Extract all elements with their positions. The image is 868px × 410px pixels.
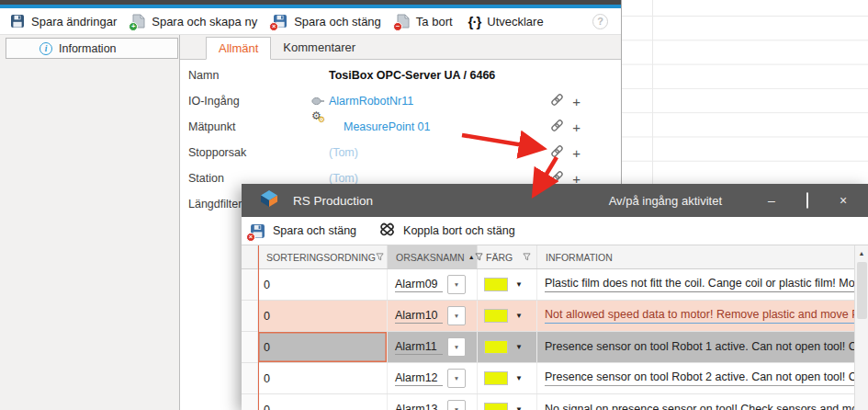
color-cell[interactable]: ▼	[478, 394, 537, 410]
color-cell[interactable]: ▼	[478, 332, 537, 362]
save-close-icon: ×	[273, 14, 287, 28]
station-value[interactable]: (Tom)	[329, 172, 358, 185]
station-label: Station	[180, 172, 329, 185]
reason-name-cell[interactable]: Alarm09 ▼	[388, 269, 478, 300]
sort-order-cell[interactable]: 0	[258, 301, 388, 331]
chevron-down-icon[interactable]: ▼	[515, 405, 523, 410]
information-cell[interactable]: Plastic film does not fitt the coil. Can…	[537, 269, 854, 300]
save-changes-button[interactable]: Spara ändringar	[10, 14, 117, 28]
add-icon[interactable]: +	[572, 95, 581, 108]
table-row[interactable]: 0 Alarm12 ▼ ▼ Presence sensor on tool Ro…	[242, 363, 854, 394]
minimize-icon[interactable]: –	[765, 194, 778, 207]
link-icon[interactable]	[550, 144, 564, 162]
table-row[interactable]: 0 Alarm11 ▼ ▼ Presence sensor on tool Ro…	[242, 332, 854, 363]
rs-production-logo	[260, 189, 278, 211]
save-and-close-button[interactable]: × Spara och stäng	[273, 14, 381, 28]
dialog-titlebar[interactable]: RS Production Av/på ingång aktivitet – ×	[242, 184, 868, 217]
color-swatch[interactable]	[484, 309, 508, 323]
information-cell[interactable]: No signal on presence sensor on tool! Ch…	[537, 394, 854, 410]
color-cell[interactable]: ▼	[478, 363, 537, 393]
stopporsak-value[interactable]: (Tom)	[329, 146, 358, 159]
reason-name-value[interactable]: Alarm12	[395, 371, 443, 386]
row-indicator-cell[interactable]	[242, 269, 258, 300]
filter-icon[interactable]	[523, 252, 531, 263]
table-row[interactable]: 0 Alarm10 ▼ ▼ Not allowed speed data to …	[242, 301, 854, 332]
help-icon[interactable]: ?	[592, 14, 608, 29]
add-icon[interactable]: +	[572, 146, 581, 160]
close-badge: ×	[269, 22, 278, 31]
scrollbar-thumb[interactable]	[857, 262, 867, 319]
table-row[interactable]: 0 Alarm09 ▼ ▼ Plastic film does not fitt…	[242, 269, 854, 301]
table-row[interactable]: 0 Alarm13 ▼ ▼ No signal on presence sens…	[242, 394, 854, 410]
reason-name-value[interactable]: Alarm13	[395, 403, 443, 410]
dialog-save-and-close-label: Spara och stäng	[273, 224, 356, 237]
chevron-down-icon[interactable]: ▼	[515, 312, 523, 320]
reason-dropdown-button[interactable]: ▼	[447, 337, 466, 357]
save-and-new-button[interactable]: + Spara och skapa ny	[132, 14, 257, 28]
reason-name-cell[interactable]: Alarm10 ▼	[388, 301, 478, 331]
row-indicator-header	[242, 245, 258, 268]
reason-name-cell[interactable]: Alarm11 ▼	[388, 332, 478, 362]
scroll-up-icon[interactable]: ▲	[855, 245, 868, 260]
save-and-new-label: Spara och skapa ny	[152, 15, 257, 28]
reason-name-value[interactable]: Alarm09	[395, 278, 443, 292]
dialog-save-and-close-button[interactable]: × Spara och stäng	[250, 223, 356, 239]
close-icon[interactable]: ×	[837, 194, 850, 207]
column-header-sorteringsordning[interactable]: SORTERINGSORDNING	[258, 245, 388, 268]
sort-order-cell[interactable]: 0	[258, 394, 388, 410]
column-header-information[interactable]: INFORMATION	[537, 245, 854, 268]
link-icon[interactable]	[550, 119, 564, 136]
color-swatch[interactable]	[484, 371, 508, 385]
dialog-window: RS Production Av/på ingång aktivitet – ×…	[242, 184, 868, 410]
chevron-down-icon[interactable]: ▼	[515, 374, 523, 382]
sidebar-item-information[interactable]: i Information	[6, 38, 178, 59]
column-header-orsaksnamn[interactable]: ORSAKSNAMN ▲	[388, 245, 478, 268]
vertical-scrollbar[interactable]: ▲	[854, 245, 868, 410]
reason-dropdown-button[interactable]: ▼	[447, 400, 466, 410]
tab-kommentarer[interactable]: Kommentarer	[271, 36, 367, 59]
chevron-down-icon[interactable]: ▼	[515, 280, 523, 289]
information-value: Not allowed speed data to motor! Remove …	[545, 308, 854, 324]
tab-allmant[interactable]: Allmänt	[206, 37, 271, 60]
color-swatch[interactable]	[484, 278, 508, 291]
information-value: Plastic film does not fitt the coil. Can…	[545, 277, 854, 292]
chevron-down-icon[interactable]: ▼	[515, 343, 523, 351]
column-header-farg[interactable]: FÄRG	[478, 245, 537, 268]
unlink-icon	[378, 222, 396, 240]
delete-button[interactable]: − Ta bort	[397, 14, 453, 28]
sort-order-cell[interactable]: 0	[258, 269, 388, 300]
unlink-and-close-button[interactable]: Koppla bort och stäng	[378, 222, 515, 240]
sort-order-cell[interactable]: 0	[258, 332, 388, 362]
save-and-close-label: Spara och stäng	[294, 15, 381, 28]
reason-name-cell[interactable]: Alarm13 ▼	[388, 394, 478, 410]
matpunkt-link[interactable]: MeasurePoint 01	[344, 120, 431, 133]
maximize-icon[interactable]	[801, 194, 814, 207]
io-ingang-link[interactable]: AlarmRobotNr11	[329, 95, 413, 108]
color-swatch[interactable]	[484, 340, 508, 354]
row-indicator-cell[interactable]	[242, 301, 258, 331]
color-cell[interactable]: ▼	[478, 269, 537, 300]
reason-dropdown-button[interactable]: ▼	[447, 306, 466, 325]
filter-icon[interactable]	[376, 252, 384, 263]
matpunkt-label: Mätpunkt	[180, 120, 329, 133]
add-icon[interactable]: +	[572, 120, 581, 134]
reason-name-value[interactable]: Alarm10	[395, 309, 443, 324]
sort-ascending-icon: ▲	[468, 254, 475, 260]
stopporsak-label: Stopporsak	[180, 146, 329, 159]
row-indicator-cell[interactable]	[242, 332, 258, 362]
reason-dropdown-button[interactable]: ▼	[447, 275, 466, 294]
row-indicator-cell[interactable]	[242, 394, 258, 410]
link-icon[interactable]	[550, 93, 564, 110]
developer-button[interactable]: {·} Utvecklare	[468, 14, 544, 29]
row-indicator-cell[interactable]	[242, 363, 258, 393]
information-cell[interactable]: Presence sensor on tool Robot 2 active. …	[537, 363, 854, 393]
save-close-icon: ×	[250, 223, 265, 239]
reason-name-value[interactable]: Alarm11	[395, 340, 443, 355]
reason-name-cell[interactable]: Alarm12 ▼	[388, 363, 478, 393]
color-cell[interactable]: ▼	[478, 301, 537, 331]
information-cell[interactable]: Presence sensor on tool Robot 1 active. …	[537, 332, 854, 362]
color-swatch[interactable]	[484, 403, 508, 410]
information-cell[interactable]: Not allowed speed data to motor! Remove …	[537, 301, 854, 331]
sort-order-cell[interactable]: 0	[258, 363, 388, 393]
reason-dropdown-button[interactable]: ▼	[447, 369, 466, 388]
